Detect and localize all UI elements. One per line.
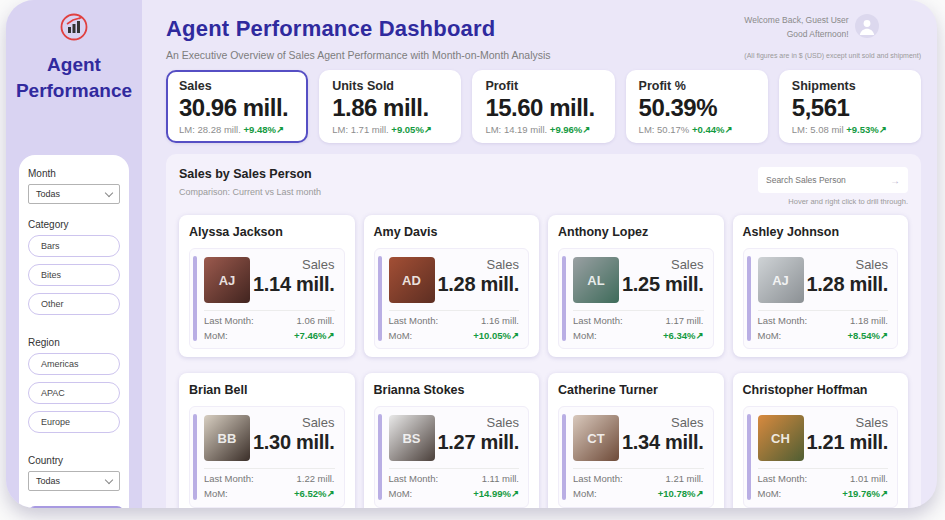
kpi-value: 50.39% bbox=[639, 94, 755, 122]
divider bbox=[204, 468, 335, 469]
kpi-delta: +9.48% bbox=[243, 124, 276, 135]
agent-card[interactable]: Brian Bell BB Sales 1.30 mill. Last Mont… bbox=[179, 373, 355, 508]
kpi-card-profit-pct[interactable]: Profit % 50.39% LM: 50.17% +0.44%↗ bbox=[626, 70, 768, 143]
agent-photo: BS bbox=[389, 415, 435, 461]
main-content: Agent Performance Dashboard An Executive… bbox=[142, 0, 937, 508]
category-option-label: Other bbox=[41, 299, 64, 309]
agent-card[interactable]: Anthony Lopez AL Sales 1.25 mill. Last M… bbox=[548, 215, 724, 357]
last-month-label: Last Month: bbox=[573, 314, 623, 329]
agent-photo: AJ bbox=[204, 257, 250, 303]
category-option-bites[interactable]: Bites bbox=[28, 264, 120, 286]
divider bbox=[389, 310, 520, 311]
agent-photo: AJ bbox=[758, 257, 804, 303]
last-month-label: Last Month: bbox=[389, 314, 439, 329]
region-option-europe[interactable]: Europe bbox=[28, 411, 120, 433]
mom-label: MoM: bbox=[389, 487, 413, 502]
last-month-label: Last Month: bbox=[204, 314, 254, 329]
mom-label: MoM: bbox=[389, 329, 413, 344]
panel-title: Sales by Sales Person bbox=[179, 167, 321, 181]
agent-name: Brianna Stokes bbox=[374, 383, 530, 397]
divider bbox=[573, 310, 704, 311]
last-month-value: 1.01 mill. bbox=[850, 472, 888, 487]
country-dropdown[interactable]: Todas bbox=[28, 471, 120, 491]
kpi-value: 15.60 mill. bbox=[485, 94, 601, 122]
mom-value: +19.76%↗ bbox=[842, 487, 888, 502]
kpi-card-sales[interactable]: Sales 30.96 mill. LM: 28.28 mill. +9.48%… bbox=[166, 70, 308, 143]
mom-value: +8.54%↗ bbox=[848, 329, 888, 344]
kpi-last-month: LM: 50.17% bbox=[639, 124, 690, 135]
kpi-last-month: LM: 1.71 mill. bbox=[332, 124, 389, 135]
kpi-label: Profit % bbox=[639, 79, 755, 93]
agent-initials: BB bbox=[218, 431, 237, 446]
kpi-delta: +9.05% bbox=[391, 124, 424, 135]
agent-photo: CH bbox=[758, 415, 804, 461]
welcome-line2: Good Afternoon! bbox=[744, 28, 848, 42]
accent-bar bbox=[193, 414, 197, 499]
divider bbox=[573, 468, 704, 469]
category-option-other[interactable]: Other bbox=[28, 293, 120, 315]
mom-value: +10.05%↗ bbox=[473, 329, 519, 344]
agent-initials: CH bbox=[771, 431, 790, 446]
agent-stat-box: BB Sales 1.30 mill. Last Month:1.22 mill… bbox=[189, 406, 345, 507]
agent-card[interactable]: Alyssa Jackson AJ Sales 1.14 mill. Last … bbox=[179, 215, 355, 357]
mom-label: MoM: bbox=[204, 329, 228, 344]
agent-initials: AJ bbox=[219, 273, 236, 288]
last-month-value: 1.22 mill. bbox=[296, 472, 334, 487]
agent-stat-box: CT Sales 1.34 mill. Last Month:1.21 mill… bbox=[558, 406, 714, 507]
agent-card[interactable]: Ashley Johnson AJ Sales 1.28 mill. Last … bbox=[733, 215, 909, 357]
search-input[interactable] bbox=[766, 175, 890, 185]
figures-note: (All figures are in $ (USD) except unit … bbox=[744, 52, 921, 59]
trend-up-icon: ↗ bbox=[880, 330, 888, 341]
trend-up-icon: ↗ bbox=[511, 488, 519, 499]
sales-value: 1.25 mill. bbox=[619, 273, 704, 296]
month-filter-label: Month bbox=[28, 168, 120, 179]
agent-initials: AJ bbox=[772, 273, 789, 288]
kpi-row: Sales 30.96 mill. LM: 28.28 mill. +9.48%… bbox=[166, 70, 921, 143]
brand-logo-icon bbox=[59, 12, 89, 46]
kpi-footer: LM: 1.71 mill. +9.05%↗ bbox=[332, 124, 448, 135]
region-option-americas[interactable]: Americas bbox=[28, 353, 120, 375]
page-title: Agent Performance Dashboard bbox=[166, 16, 551, 42]
agent-initials: AD bbox=[402, 273, 421, 288]
sales-label: Sales bbox=[804, 257, 889, 272]
region-filter: Region Americas APAC Europe bbox=[28, 337, 120, 440]
kpi-card-profit[interactable]: Profit 15.60 mill. LM: 14.19 mill. +9.96… bbox=[472, 70, 614, 143]
brand-title-line1: Agent bbox=[16, 52, 132, 78]
agent-card[interactable]: Amy Davis AD Sales 1.28 mill. Last Month… bbox=[364, 215, 540, 357]
dashboard-window: Agent Performance Month Todas Category B… bbox=[6, 0, 937, 508]
welcome-text: Welcome Back, Guest User Good Afternoon! bbox=[744, 14, 848, 41]
agent-name: Brian Bell bbox=[189, 383, 345, 397]
trend-up-icon: ↗ bbox=[879, 124, 887, 135]
divider bbox=[389, 468, 520, 469]
month-dropdown[interactable]: Todas bbox=[28, 184, 120, 204]
kpi-card-units-sold[interactable]: Units Sold 1.86 mill. LM: 1.71 mill. +9.… bbox=[319, 70, 461, 143]
country-dropdown-value: Todas bbox=[36, 476, 60, 486]
accent-bar bbox=[747, 256, 751, 341]
month-dropdown-value: Todas bbox=[36, 189, 60, 199]
agent-name: Catherine Turner bbox=[558, 383, 714, 397]
sales-label: Sales bbox=[250, 257, 335, 272]
divider bbox=[758, 468, 889, 469]
kpi-value: 5,561 bbox=[792, 94, 908, 122]
region-option-label: APAC bbox=[41, 388, 65, 398]
agent-grid: Alyssa Jackson AJ Sales 1.14 mill. Last … bbox=[179, 215, 908, 508]
mom-value: +7.46%↗ bbox=[294, 329, 334, 344]
clear-all-slicers-button[interactable]: Clear all slicers bbox=[28, 506, 124, 508]
mom-value: +6.34%↗ bbox=[663, 329, 703, 344]
accent-bar bbox=[562, 256, 566, 341]
category-option-bars[interactable]: Bars bbox=[28, 235, 120, 257]
trend-up-icon: ↗ bbox=[696, 330, 704, 341]
last-month-label: Last Month: bbox=[389, 472, 439, 487]
sales-label: Sales bbox=[250, 415, 335, 430]
search-arrow-icon[interactable]: → bbox=[890, 175, 900, 186]
agent-card[interactable]: Brianna Stokes BS Sales 1.27 mill. Last … bbox=[364, 373, 540, 508]
sales-value: 1.27 mill. bbox=[435, 431, 520, 454]
kpi-delta: +9.53% bbox=[846, 124, 879, 135]
kpi-card-shipments[interactable]: Shipments 5,561 LM: 5.08 mil +9.53%↗ bbox=[779, 70, 921, 143]
agent-card[interactable]: Christopher Hoffman CH Sales 1.21 mill. … bbox=[733, 373, 909, 508]
region-option-apac[interactable]: APAC bbox=[28, 382, 120, 404]
agent-card[interactable]: Catherine Turner CT Sales 1.34 mill. Las… bbox=[548, 373, 724, 508]
sales-label: Sales bbox=[619, 415, 704, 430]
trend-up-icon: ↗ bbox=[327, 488, 335, 499]
trend-up-icon: ↗ bbox=[424, 124, 432, 135]
